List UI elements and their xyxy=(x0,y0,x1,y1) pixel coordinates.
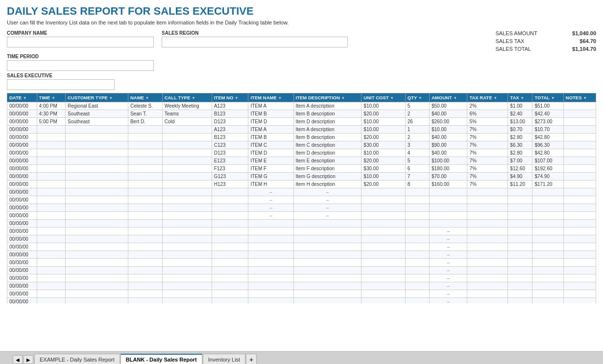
table-cell xyxy=(37,212,65,220)
table-cell xyxy=(532,251,563,259)
table-cell: 00/00/00 xyxy=(7,228,37,235)
table-cell xyxy=(66,149,128,157)
table-cell: 7% xyxy=(467,173,508,181)
table-cell xyxy=(508,235,532,243)
table-cell xyxy=(66,220,128,228)
table-cell xyxy=(405,290,429,298)
table-cell: $10.00 xyxy=(362,173,405,181)
table-cell xyxy=(532,298,563,304)
table-cell xyxy=(66,282,128,290)
table-cell: $51.00 xyxy=(532,102,563,110)
table-row: 00/00/00D123ITEM DItem D description$10.… xyxy=(7,149,596,157)
table-cell xyxy=(162,188,212,196)
table-cell xyxy=(66,126,128,134)
sheet-tab-1[interactable]: BLANK - Daily Sales Report xyxy=(121,354,202,364)
table-cell: – xyxy=(248,212,293,220)
table-cell xyxy=(162,181,212,188)
table-cell xyxy=(563,204,596,212)
table-cell xyxy=(405,282,429,290)
table-cell: 6% xyxy=(467,110,508,118)
company-name-input[interactable] xyxy=(7,37,154,47)
table-cell xyxy=(467,235,508,243)
col-header-item-name: ITEM NAME ▼ xyxy=(248,93,293,102)
table-cell: D123 xyxy=(212,118,248,126)
sheet-tab-2[interactable]: Inventory List xyxy=(203,354,245,364)
table-cell: – xyxy=(429,259,467,267)
table-cell xyxy=(563,243,596,251)
table-cell xyxy=(467,274,508,282)
table-cell xyxy=(362,298,405,304)
table-cell: 4 xyxy=(405,149,429,157)
table-cell: $2.80 xyxy=(508,134,532,141)
sales-region-input[interactable] xyxy=(162,37,348,47)
table-cell: Item A description xyxy=(293,126,362,134)
table-cell: $10.00 xyxy=(429,126,467,134)
table-cell: 00/00/00 xyxy=(7,274,37,282)
table-cell: 00/00/00 xyxy=(7,204,37,212)
table-cell xyxy=(128,298,162,304)
table-cell xyxy=(66,181,128,188)
table-cell xyxy=(362,188,405,196)
table-cell xyxy=(212,259,248,267)
table-cell xyxy=(162,220,212,228)
table-cell xyxy=(248,259,293,267)
table-cell xyxy=(128,228,162,235)
table-cell xyxy=(563,149,596,157)
table-cell xyxy=(212,243,248,251)
table-row: 00/00/00– xyxy=(7,282,596,290)
table-cell xyxy=(66,251,128,259)
table-cell xyxy=(37,228,65,235)
subtitle: User can fill the Inventory List data on… xyxy=(7,20,596,25)
table-cell xyxy=(212,251,248,259)
table-row: 00/00/00H123ITEM HItem H description$20.… xyxy=(7,181,596,188)
table-cell xyxy=(66,212,128,220)
table-cell: – xyxy=(429,274,467,282)
table-cell xyxy=(563,141,596,149)
table-cell xyxy=(362,204,405,212)
table-cell: – xyxy=(248,204,293,212)
table-cell: $20.00 xyxy=(362,181,405,188)
col-header-unit-cost: UNIT COST ▼ xyxy=(362,93,405,102)
table-cell xyxy=(162,126,212,134)
table-cell: 00/00/00 xyxy=(7,110,37,118)
sales-tax-label: SALES TAX xyxy=(495,38,524,44)
table-cell xyxy=(128,235,162,243)
time-period-input[interactable] xyxy=(7,60,154,71)
table-cell xyxy=(248,243,293,251)
table-cell xyxy=(293,243,362,251)
table-cell: $20.00 xyxy=(362,134,405,141)
table-cell xyxy=(66,204,128,212)
table-cell xyxy=(128,212,162,220)
table-cell: $192.60 xyxy=(532,165,563,173)
tab-nav-next[interactable]: ▶ xyxy=(24,355,33,364)
table-cell: 00/00/00 xyxy=(7,220,37,228)
table-cell: $100.00 xyxy=(429,157,467,165)
table-cell xyxy=(248,282,293,290)
table-cell xyxy=(37,251,65,259)
tab-nav-prev[interactable]: ◀ xyxy=(13,355,23,364)
table-cell xyxy=(66,188,128,196)
sales-total-value: $1,104.70 xyxy=(557,46,596,52)
table-cell xyxy=(362,290,405,298)
tab-add-button[interactable]: + xyxy=(246,354,257,364)
table-cell xyxy=(467,298,508,304)
table-cell: $10.70 xyxy=(532,126,563,134)
table-cell xyxy=(37,243,65,251)
table-cell xyxy=(467,220,508,228)
table-cell: 00/00/00 xyxy=(7,173,37,181)
table-cell xyxy=(37,126,65,134)
table-cell: 5 xyxy=(405,102,429,110)
table-cell xyxy=(248,228,293,235)
sales-exec-input[interactable] xyxy=(7,79,115,90)
table-cell: Cold xyxy=(162,118,212,126)
table-cell xyxy=(563,267,596,274)
table-cell: A123 xyxy=(212,102,248,110)
table-cell: $70.00 xyxy=(429,173,467,181)
col-header-tax: TAX ▼ xyxy=(508,93,532,102)
table-cell xyxy=(128,220,162,228)
table-cell: Southeast xyxy=(66,118,128,126)
table-cell: Teams xyxy=(162,110,212,118)
table-cell xyxy=(362,267,405,274)
table-cell xyxy=(405,228,429,235)
sheet-tab-0[interactable]: EXAMPLE - Daily Sales Report xyxy=(34,354,120,364)
